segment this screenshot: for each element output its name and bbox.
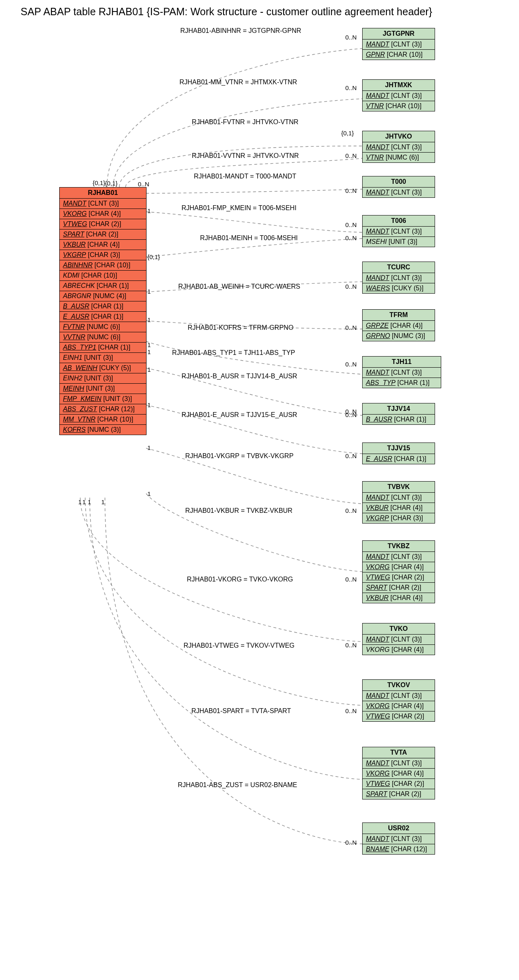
relation-label: RJHAB01-VKBUR = TVKBZ-VKBUR bbox=[185, 507, 293, 514]
entity-field: VKBUR [CHAR (4)] bbox=[60, 240, 146, 250]
cardinality-right: 0..N bbox=[345, 187, 357, 194]
entity-header: TJJV14 bbox=[363, 403, 435, 415]
entity-t000: T000MANDT [CLNT (3)] bbox=[362, 176, 435, 198]
cardinality-left: 1 bbox=[147, 288, 151, 295]
entity-field: AB_WEINH [CUKY (5)] bbox=[60, 363, 146, 373]
cardinality-right: 0..N bbox=[345, 283, 357, 290]
entity-tvkov: TVKOVMANDT [CLNT (3)]VKORG [CHAR (4)]VTW… bbox=[362, 679, 435, 722]
relation-label: RJHAB01-MANDT = T000-MANDT bbox=[194, 173, 296, 180]
entity-field: VKBUR [CHAR (4)] bbox=[363, 503, 435, 513]
relation-label: RJHAB01-KOFRS = TFRM-GRPNO bbox=[188, 324, 293, 331]
entity-field: SPART [CHAR (2)] bbox=[363, 789, 435, 799]
entity-field: E_AUSR [CHAR (1)] bbox=[363, 454, 435, 464]
entity-field: E_AUSR [CHAR (1)] bbox=[60, 312, 146, 322]
entity-field: VKORG [CHAR (4)] bbox=[363, 769, 435, 779]
entity-field: MANDT [CLNT (3)] bbox=[363, 91, 435, 101]
entity-jgtgpnr: JGTGPNRMANDT [CLNT (3)]GPNR [CHAR (10)] bbox=[362, 28, 435, 60]
cardinality-left: 1 bbox=[82, 498, 86, 505]
cardinality-left: 1 bbox=[88, 498, 91, 505]
cardinality-left: 0..N bbox=[138, 181, 149, 188]
entity-field: GPNR [CHAR (10)] bbox=[363, 50, 435, 60]
entity-field: MANDT [CLNT (3)] bbox=[363, 493, 435, 503]
cardinality-right: 0..N bbox=[345, 84, 357, 91]
entity-field: GRPNO [NUMC (3)] bbox=[363, 331, 435, 341]
entity-field: VKORG [CHAR (4)] bbox=[60, 209, 146, 219]
entity-field: VTNR [CHAR (10)] bbox=[363, 101, 435, 111]
relation-label: RJHAB01-VVTNR = JHTVKO-VTNR bbox=[192, 152, 299, 160]
cardinality-right: 0..N bbox=[345, 324, 357, 331]
entity-field: GRPZE [CHAR (4)] bbox=[363, 321, 435, 331]
relation-label: RJHAB01-B_AUSR = TJJV14-B_AUSR bbox=[182, 373, 297, 380]
entity-field: SPART [CHAR (2)] bbox=[363, 583, 435, 593]
entity-field: ABS_TYP [CHAR (1)] bbox=[363, 378, 441, 388]
relation-label: RJHAB01-MEINH = T006-MSEHI bbox=[200, 234, 298, 242]
relation-label: RJHAB01-E_AUSR = TJJV15-E_AUSR bbox=[182, 411, 297, 419]
entity-field: VKORG [CHAR (4)] bbox=[363, 562, 435, 572]
entity-field: VTWEG [CHAR (2)] bbox=[363, 779, 435, 789]
relation-label: RJHAB01-ABS_TYP1 = TJH11-ABS_TYP bbox=[172, 349, 295, 357]
entity-field: KOFRS [NUMC (3)] bbox=[60, 425, 146, 435]
entity-field: MANDT [CLNT (3)] bbox=[363, 552, 435, 562]
entity-field: WAERS [CUKY (5)] bbox=[363, 283, 435, 293]
relation-label: RJHAB01-AB_WEINH = TCURC-WAERS bbox=[178, 283, 300, 290]
entity-field: VVTNR [NUMC (6)] bbox=[60, 332, 146, 343]
cardinality-left: 1 bbox=[147, 341, 151, 348]
cardinality-right: {0,1} bbox=[341, 130, 354, 137]
cardinality-right: 0..N bbox=[345, 452, 357, 459]
entity-field: ABRECHK [CHAR (1)] bbox=[60, 281, 146, 291]
entity-header: TJH11 bbox=[363, 357, 441, 368]
cardinality-left: 1 bbox=[147, 207, 151, 214]
entity-field: MANDT [CLNT (3)] bbox=[363, 39, 435, 50]
cardinality-left: 1 bbox=[147, 366, 151, 373]
entity-field: MANDT [CLNT (3)] bbox=[363, 273, 435, 283]
cardinality-right: 0..N bbox=[345, 221, 357, 228]
cardinality-left: 1 bbox=[147, 316, 151, 323]
relation-label: RJHAB01-FMP_KMEIN = T006-MSEHI bbox=[182, 204, 296, 212]
relation-label: RJHAB01-FVTNR = JHTVKO-VTNR bbox=[192, 118, 298, 126]
entity-field: FVTNR [NUMC (6)] bbox=[60, 322, 146, 332]
relation-label: RJHAB01-MM_VTNR = JHTMXK-VTNR bbox=[179, 79, 297, 86]
entity-tvta: TVTAMANDT [CLNT (3)]VKORG [CHAR (4)]VTWE… bbox=[362, 747, 435, 799]
cardinality-right: 0..N bbox=[345, 234, 357, 241]
entity-header: JGTGPNR bbox=[363, 28, 435, 39]
entity-field: B_AUSR [CHAR (1)] bbox=[60, 301, 146, 312]
entity-field: ABS_TYP1 [CHAR (1)] bbox=[60, 343, 146, 353]
relation-label: RJHAB01-VTWEG = TVKOV-VTWEG bbox=[184, 642, 295, 649]
relation-label: RJHAB01-VKORG = TVKO-VKORG bbox=[187, 576, 293, 583]
relation-label: RJHAB01-VKGRP = TVBVK-VKGRP bbox=[185, 452, 293, 460]
entity-field: MANDT [CLNT (3)] bbox=[363, 368, 441, 378]
entity-header: TVTA bbox=[363, 747, 435, 758]
entity-field: MANDT [CLNT (3)] bbox=[363, 691, 435, 701]
entity-header: TJJV15 bbox=[363, 443, 435, 454]
entity-field: ABINHNR [CHAR (10)] bbox=[60, 260, 146, 271]
relation-label: RJHAB01-SPART = TVTA-SPART bbox=[191, 707, 291, 715]
entity-t006: T006MANDT [CLNT (3)]MSEHI [UNIT (3)] bbox=[362, 215, 435, 247]
entity-jhtmxk: JHTMXKMANDT [CLNT (3)]VTNR [CHAR (10)] bbox=[362, 79, 435, 111]
cardinality-left: 1 bbox=[147, 490, 151, 497]
entity-header: TCURC bbox=[363, 262, 435, 273]
entity-field: MANDT [CLNT (3)] bbox=[60, 199, 146, 209]
entity-header: T006 bbox=[363, 215, 435, 227]
cardinality-left: {0,1} bbox=[105, 180, 118, 187]
entity-header: T000 bbox=[363, 176, 435, 188]
entity-field: VTWEG [CHAR (2)] bbox=[363, 711, 435, 721]
page-title: SAP ABAP table RJHAB01 {IS-PAM: Work str… bbox=[21, 6, 432, 18]
entity-header: TVKBZ bbox=[363, 541, 435, 552]
relation-label: RJHAB01-ABS_ZUST = USR02-BNAME bbox=[178, 781, 297, 789]
entity-header: USR02 bbox=[363, 823, 435, 834]
entity-field: VKGRP [CHAR (3)] bbox=[60, 250, 146, 260]
relation-label: RJHAB01-ABINHNR = JGTGPNR-GPNR bbox=[180, 27, 301, 35]
entity-usr02: USR02MANDT [CLNT (3)]BNAME [CHAR (12)] bbox=[362, 822, 435, 855]
entity-field: ABRGNR [NUMC (4)] bbox=[60, 291, 146, 301]
entity-field: ABS_ZUST [CHAR (12)] bbox=[60, 404, 146, 415]
entity-jhtvko: JHTVKOMANDT [CLNT (3)]VTNR [NUMC (6)] bbox=[362, 131, 435, 163]
entity-tvkbz: TVKBZMANDT [CLNT (3)]VKORG [CHAR (4)]VTW… bbox=[362, 540, 435, 603]
entity-field: BNAME [CHAR (12)] bbox=[363, 844, 435, 854]
entity-field: MANDT [CLNT (3)] bbox=[363, 188, 435, 197]
entity-field: VTWEG [CHAR (2)] bbox=[363, 572, 435, 583]
entity-tjh11: TJH11MANDT [CLNT (3)]ABS_TYP [CHAR (1)] bbox=[362, 356, 441, 388]
cardinality-left: {0,1} bbox=[147, 253, 160, 260]
cardinality-left: 1 bbox=[147, 348, 151, 355]
entity-tvbvk: TVBVKMANDT [CLNT (3)]VKBUR [CHAR (4)]VKG… bbox=[362, 481, 435, 524]
entity-field: VKORG [CHAR (4)] bbox=[363, 701, 435, 711]
